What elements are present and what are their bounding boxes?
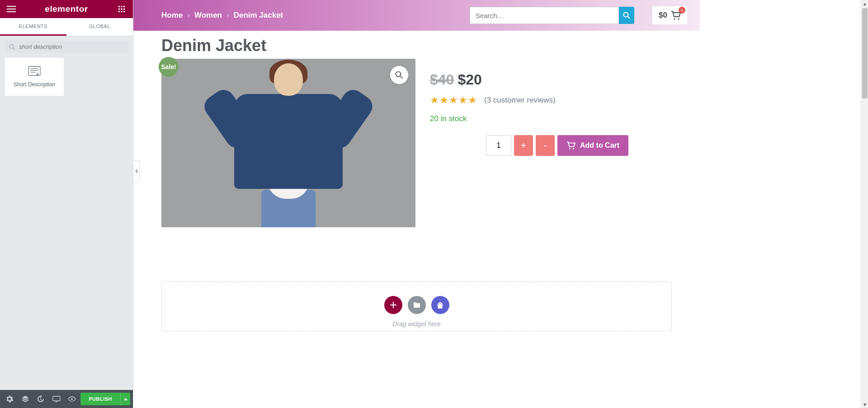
star-icon: ★ xyxy=(439,94,448,106)
dropzone-actions xyxy=(384,296,449,314)
stock-status: 20 in stock xyxy=(430,114,672,123)
publish-options-caret[interactable] xyxy=(120,393,130,405)
sidebar-header: elementor xyxy=(0,0,133,18)
add-section-button[interactable] xyxy=(384,296,402,314)
svg-rect-4 xyxy=(121,9,123,10)
breadcrumb: Home › Women › Denim Jacket xyxy=(161,11,283,20)
chevron-right-icon: › xyxy=(226,11,229,20)
svg-point-21 xyxy=(678,18,679,19)
svg-rect-30 xyxy=(438,307,443,309)
product-title: Denim Jacket xyxy=(161,36,672,55)
svg-line-19 xyxy=(628,17,630,19)
svg-point-24 xyxy=(569,148,571,150)
navigator-icon[interactable] xyxy=(18,390,32,408)
tab-global[interactable]: GLOBAL xyxy=(66,18,133,36)
svg-point-22 xyxy=(396,72,401,77)
add-to-cart-button[interactable]: Add to Cart xyxy=(557,135,628,156)
old-price: $40 xyxy=(430,71,454,88)
settings-icon[interactable] xyxy=(3,390,16,408)
globe-icon xyxy=(436,301,444,309)
apps-grid-icon[interactable] xyxy=(116,3,127,15)
quantity-plus-button[interactable]: + xyxy=(514,135,533,156)
dropzone-hint: Drag widget here xyxy=(392,320,441,328)
svg-rect-5 xyxy=(123,9,125,10)
widget-label: Short Description xyxy=(14,81,55,88)
svg-point-25 xyxy=(573,148,574,150)
folder-icon xyxy=(413,302,420,308)
svg-rect-0 xyxy=(118,6,120,7)
svg-rect-15 xyxy=(53,396,60,401)
menu-icon[interactable] xyxy=(5,3,17,15)
short-description-icon xyxy=(28,66,41,77)
product-image[interactable] xyxy=(161,59,415,227)
elementor-sidebar: elementor ELEMENTS GLOBAL Short Descript… xyxy=(0,0,133,408)
svg-point-28 xyxy=(439,303,440,304)
star-rating: ★ ★ ★ ★ ★ xyxy=(430,94,477,106)
add-to-cart-label: Add to Cart xyxy=(580,141,619,150)
search-icon xyxy=(623,12,630,19)
breadcrumb-home[interactable]: Home xyxy=(161,11,183,20)
quantity-input[interactable] xyxy=(486,135,511,156)
site-topbar: Home › Women › Denim Jacket $0 0 xyxy=(133,0,700,31)
svg-rect-8 xyxy=(123,11,125,12)
widget-list: Short Description xyxy=(0,57,133,96)
cart-icon xyxy=(566,141,576,150)
svg-line-10 xyxy=(13,48,15,50)
publish-button[interactable]: PUBLISH xyxy=(80,393,120,405)
responsive-icon[interactable] xyxy=(49,390,63,408)
history-icon[interactable] xyxy=(34,390,47,408)
svg-point-17 xyxy=(71,398,73,400)
product-gallery: Sale! xyxy=(161,59,415,227)
product-row: Sale! $40 $20 xyxy=(161,59,672,227)
sale-price: $20 xyxy=(458,71,481,88)
cart-count-badge: 0 xyxy=(679,7,685,14)
svg-point-20 xyxy=(674,18,675,19)
svg-rect-1 xyxy=(121,6,123,7)
widget-dropzone[interactable]: Drag widget here xyxy=(161,281,672,331)
svg-point-27 xyxy=(438,304,439,305)
elementor-logo: elementor xyxy=(45,4,88,14)
widget-search-input[interactable] xyxy=(19,43,124,50)
chevron-right-icon: › xyxy=(187,11,190,20)
svg-point-26 xyxy=(438,302,443,308)
rating-line: ★ ★ ★ ★ ★ (3 customer reviews) xyxy=(430,94,672,106)
svg-rect-6 xyxy=(118,11,120,12)
star-icon: ★ xyxy=(458,94,467,106)
search-icon xyxy=(9,44,15,50)
add-global-button[interactable] xyxy=(431,296,449,314)
star-icon: ★ xyxy=(468,94,477,106)
svg-rect-3 xyxy=(118,9,120,10)
sidebar-tabs: ELEMENTS GLOBAL xyxy=(0,18,133,36)
breadcrumb-women[interactable]: Women xyxy=(194,11,222,20)
product-page: Denim Jacket Sale! xyxy=(133,31,700,349)
preview-canvas: Home › Women › Denim Jacket $0 0 Denim J… xyxy=(133,0,700,408)
product-summary: $40 $20 ★ ★ ★ ★ ★ (3 customer reviews) 2… xyxy=(430,59,672,156)
star-icon: ★ xyxy=(449,94,458,106)
magnifier-icon xyxy=(395,71,403,79)
cart-total: $0 xyxy=(659,11,667,20)
svg-rect-11 xyxy=(28,66,40,75)
plus-icon xyxy=(390,301,397,309)
site-search-input[interactable] xyxy=(470,7,619,24)
tab-elements[interactable]: ELEMENTS xyxy=(0,18,66,36)
add-template-button[interactable] xyxy=(408,296,426,314)
star-icon: ★ xyxy=(430,94,439,106)
site-search-button[interactable] xyxy=(619,7,634,24)
site-search xyxy=(470,7,634,24)
widget-short-description[interactable]: Short Description xyxy=(5,57,64,96)
breadcrumb-current: Denim Jacket xyxy=(234,11,283,20)
sidebar-footer: PUBLISH xyxy=(0,390,133,408)
mini-cart[interactable]: $0 0 xyxy=(652,6,687,24)
svg-point-18 xyxy=(624,13,628,17)
image-zoom-button[interactable] xyxy=(390,66,408,84)
sale-badge: Sale! xyxy=(159,57,179,77)
svg-rect-2 xyxy=(123,6,125,7)
widget-search xyxy=(5,41,128,53)
preview-icon[interactable] xyxy=(65,390,79,408)
quantity-minus-button[interactable]: - xyxy=(536,135,555,156)
svg-rect-7 xyxy=(121,11,123,12)
price-line: $40 $20 xyxy=(430,71,672,88)
add-to-cart-row: + - Add to Cart xyxy=(486,135,672,156)
review-count-link[interactable]: (3 customer reviews) xyxy=(484,96,556,105)
publish-group: PUBLISH xyxy=(80,393,130,405)
